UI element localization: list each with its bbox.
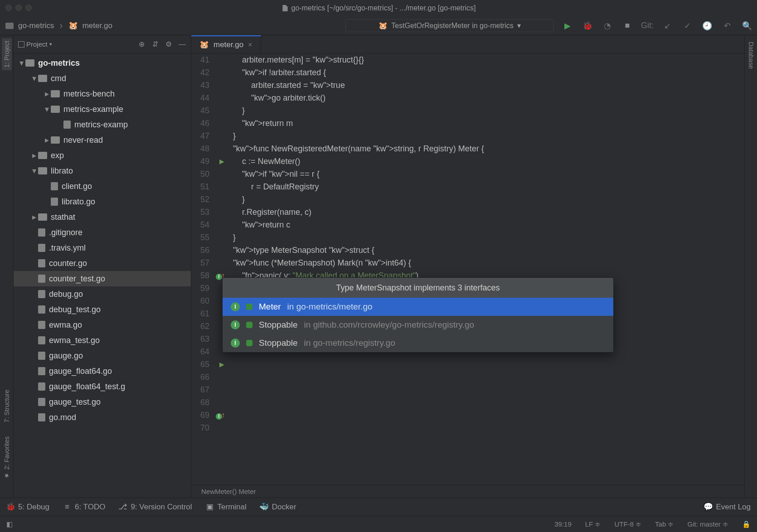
popup-item[interactable]: IMeter in go-metrics/meter.go <box>223 298 613 316</box>
line-number[interactable]: 69 <box>191 409 209 421</box>
popup-item[interactable]: IStoppable in github.com/rcrowley/go-met… <box>223 316 613 334</box>
code-line[interactable]: "kw">if !arbiter.started { <box>233 66 744 79</box>
tree-row[interactable]: gauge_float64_test.g <box>14 379 191 394</box>
run-config-selector[interactable]: 🐹 TestGetOrRegisterMeter in go-metrics ▾ <box>345 19 554 32</box>
tool-tab-terminal[interactable]: ▣Terminal <box>206 503 247 512</box>
code-line[interactable]: "kw">type MeterSnapshot "kw">struct { <box>233 244 744 256</box>
git-branch[interactable]: Git: master ≑ <box>687 520 728 528</box>
file-encoding[interactable]: UTF-8 ≑ <box>614 520 641 528</box>
tree-row[interactable]: ▸metrics-bench <box>14 86 191 102</box>
chevron-right-icon[interactable]: ▸ <box>44 91 50 97</box>
tree-row[interactable]: gauge_test.go <box>14 394 191 410</box>
line-number[interactable]: 49 <box>191 155 209 168</box>
code-line[interactable]: c := NewMeter() <box>233 155 744 168</box>
tree-row[interactable]: gauge.go <box>14 348 191 363</box>
breadcrumb-project[interactable]: go-metrics <box>18 21 54 30</box>
run-gutter-icon[interactable]: ▶ <box>216 358 233 371</box>
line-number-gutter[interactable]: 4142434445464748495051525354555657585960… <box>191 53 216 485</box>
code-line[interactable]: } <box>233 104 744 117</box>
tree-row[interactable]: client.go <box>14 179 191 194</box>
lock-icon[interactable]: 🔒 <box>742 520 751 528</box>
chevron-right-icon[interactable]: ▸ <box>44 137 50 143</box>
stop-icon[interactable]: ■ <box>623 21 632 30</box>
gear-icon[interactable]: ⚙ <box>165 40 173 48</box>
chevron-down-icon[interactable]: ▾ <box>31 168 37 174</box>
tree-row[interactable]: ewma.go <box>14 317 191 333</box>
cursor-position[interactable]: 39:19 <box>554 520 572 528</box>
tool-tab-vcs[interactable]: ⎇9: Version Control <box>119 503 192 512</box>
project-tree[interactable]: ▾ go-metrics ▾cmd▸metrics-bench▾metrics-… <box>14 53 191 498</box>
chevron-right-icon[interactable]: ▸ <box>31 214 37 220</box>
line-number[interactable]: 47 <box>191 130 209 142</box>
breadcrumb-file[interactable]: meter.go <box>82 21 112 30</box>
hide-icon[interactable]: — <box>178 40 186 48</box>
line-number[interactable]: 67 <box>191 383 209 396</box>
code-line[interactable]: "kw">go arbiter.tick() <box>233 92 744 104</box>
tree-row[interactable]: debug_test.go <box>14 302 191 317</box>
line-number[interactable]: 55 <box>191 231 209 244</box>
vcs-commit-icon[interactable]: ✓ <box>683 21 692 30</box>
run-gutter-icon[interactable]: ▶ <box>216 155 233 168</box>
chevron-down-icon[interactable]: ▾ <box>44 106 50 112</box>
tree-row[interactable]: .travis.yml <box>14 240 191 256</box>
close-icon[interactable]: × <box>248 41 252 49</box>
tree-row[interactable]: librato.go <box>14 194 191 209</box>
code-line[interactable]: } <box>233 130 744 142</box>
line-number[interactable]: 59 <box>191 282 209 295</box>
line-number[interactable]: 57 <box>191 256 209 269</box>
tool-tab-todo[interactable]: ≡6: TODO <box>63 503 105 512</box>
line-number[interactable]: 63 <box>191 333 209 345</box>
code-line[interactable]: "kw">return c <box>233 218 744 231</box>
line-number[interactable]: 62 <box>191 320 209 333</box>
minimize-dot[interactable] <box>15 5 22 11</box>
debug-icon[interactable]: 🐞 <box>583 21 592 30</box>
tree-row[interactable]: .gitignore <box>14 225 191 240</box>
code-line[interactable]: arbiter.started = "kw">true <box>233 79 744 92</box>
line-number[interactable]: 45 <box>191 104 209 117</box>
implements-gutter-icon[interactable]: I↑ <box>216 409 233 421</box>
tree-row[interactable]: ewma_test.go <box>14 333 191 348</box>
tree-row[interactable]: ▾cmd <box>14 71 191 86</box>
code-line[interactable]: "kw">func NewRegisteredMeter(name "kw">s… <box>233 142 744 155</box>
line-number[interactable]: 68 <box>191 396 209 409</box>
line-number[interactable]: 52 <box>191 193 209 206</box>
code-line[interactable]: r.Register(name, c) <box>233 206 744 218</box>
tool-tab-event-log[interactable]: 💬Event Log <box>704 503 751 512</box>
line-number[interactable]: 43 <box>191 79 209 92</box>
expand-all-icon[interactable]: ⇵ <box>151 40 159 48</box>
vcs-revert-icon[interactable]: ↶ <box>723 21 732 30</box>
line-number[interactable]: 58 <box>191 269 209 282</box>
tool-tab-docker[interactable]: 🐳Docker <box>260 503 296 512</box>
tree-row[interactable]: ▸exp <box>14 148 191 163</box>
tree-row[interactable]: go.mod <box>14 410 191 425</box>
tree-row[interactable]: counter.go <box>14 256 191 271</box>
tool-tab-debug[interactable]: 🐞5: Debug <box>6 503 49 512</box>
tool-window-toggle-icon[interactable]: ◧ <box>6 520 13 528</box>
line-number[interactable]: 48 <box>191 142 209 155</box>
tree-row[interactable]: debug.go <box>14 286 191 302</box>
editor[interactable]: 4142434445464748495051525354555657585960… <box>191 53 744 485</box>
line-number[interactable]: 41 <box>191 53 209 66</box>
tree-row[interactable]: counter_test.go <box>14 271 191 286</box>
popup-item[interactable]: IStoppable in go-metrics/registry.go <box>223 334 613 352</box>
code-line[interactable]: } <box>233 193 744 206</box>
gutter-icons[interactable]: ▶I↑▶I↑ <box>216 53 233 485</box>
tool-tab-favorites[interactable]: ★ 2: Favorites <box>3 436 10 479</box>
chevron-down-icon[interactable]: ▾ <box>31 75 37 82</box>
vcs-history-icon[interactable]: 🕘 <box>703 21 712 30</box>
indent-setting[interactable]: Tab ≑ <box>655 520 674 528</box>
line-number[interactable]: 65 <box>191 358 209 371</box>
close-dot[interactable] <box>5 5 12 11</box>
tree-row[interactable]: metrics-examp <box>14 117 191 132</box>
line-number[interactable]: 61 <box>191 307 209 320</box>
breadcrumb[interactable]: go-metrics › 🐹 meter.go <box>5 21 112 31</box>
line-number[interactable]: 50 <box>191 168 209 180</box>
editor-tab-meter-go[interactable]: 🐹 meter.go × <box>191 35 261 53</box>
code-line[interactable]: r = DefaultRegistry <box>233 180 744 193</box>
line-number[interactable]: 60 <box>191 295 209 307</box>
tree-row[interactable]: ▸stathat <box>14 209 191 225</box>
line-number[interactable]: 54 <box>191 218 209 231</box>
line-number[interactable]: 44 <box>191 92 209 104</box>
line-number[interactable]: 56 <box>191 244 209 256</box>
line-number[interactable]: 66 <box>191 371 209 383</box>
